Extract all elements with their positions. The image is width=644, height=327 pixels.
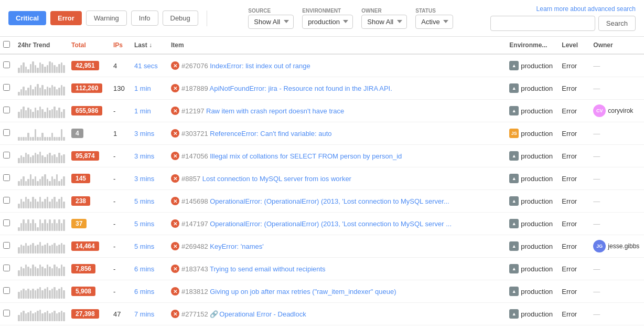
owner-dash: — [593,310,600,318]
issue-link[interactable]: #187889 ApiNotFoundError: jira - Resourc… [181,85,392,92]
row-checkbox[interactable] [3,61,10,68]
env-content: ▲production [509,151,555,161]
warning-button[interactable]: Warning [86,10,127,26]
issue-link[interactable]: #277152 🔗Operational Error - Deadlock [181,310,306,318]
header-last[interactable]: Last ↓ [131,37,168,54]
env-text: production [521,288,553,296]
trend-bar [51,312,53,321]
row-checkbox[interactable] [3,265,10,271]
owner-select[interactable]: Show All [361,15,407,29]
row-checkbox[interactable] [3,219,10,226]
owner-dash: — [593,130,600,138]
source-select[interactable]: Show All [248,15,294,29]
trend-bar [47,197,49,208]
issue-link[interactable]: #147056 Illegal mix of collations for SE… [181,152,402,160]
row-checkbox[interactable] [3,310,10,317]
trend-bar [53,154,56,163]
trend-bar [51,85,53,96]
ips-cell: 1 [110,122,131,145]
issue-link[interactable]: #183812 Giving up on job after max retri… [181,288,396,296]
table-row: 5,908-6 mins ✕ #183812 Giving up on job … [0,280,644,303]
total-cell: 37 [68,213,110,235]
total-cell: 4 [68,122,110,145]
trend-bar [49,267,51,276]
total-badge: 145 [71,174,90,183]
trend-bar [20,223,23,231]
debug-button[interactable]: Debug [163,10,198,26]
ips-cell: - [110,145,131,167]
issue-link[interactable]: #183743 Trying to send email without rec… [181,265,326,273]
critical-button[interactable]: Critical [8,11,46,25]
env-icon-sentry: ▲ [509,196,519,206]
item-cell: ✕ #147056 Illegal mix of collations for … [168,145,506,167]
trend-bar [63,219,65,231]
trend-bar [23,268,25,276]
issue-link[interactable]: #12197 Raw item with crash report doesn'… [181,107,344,115]
total-badge: 4 [71,129,83,138]
table-header-row: 24hr Trend Total IPs Last ↓ Item Environ… [0,37,644,54]
owner-dash: — [593,85,600,92]
trend-bar [18,158,20,163]
owner-dash: — [593,220,600,228]
owner-dash: — [593,152,600,160]
trend-bar [44,245,46,254]
owner-cell: CV coryvirok [590,100,644,122]
trend-bar [44,112,46,118]
total-cell: 655,986 [68,100,110,122]
issue-link[interactable]: #267076 IndexError: list index out of ra… [181,62,310,70]
level-cell: Error [559,325,590,328]
owner-content: CV coryvirok [593,104,641,117]
last-cell: 41 secs [131,54,168,77]
status-select[interactable]: Active [415,15,453,29]
trend-bar [30,64,32,73]
trend-bar [58,137,60,141]
trend-bar [58,245,60,254]
last-cell: 3 mins [131,145,168,167]
row-checkbox[interactable] [3,152,10,159]
learn-link[interactable]: Learn more about advanced search [536,5,636,13]
row-checkbox[interactable] [3,174,10,181]
row-checkbox[interactable] [3,107,10,113]
trend-bar [32,197,34,208]
info-button[interactable]: Info [131,10,158,26]
select-all-checkbox[interactable] [3,41,10,48]
search-input[interactable] [490,16,595,31]
row-checkbox[interactable] [3,129,10,136]
env-cell: ▲production [506,190,559,213]
trend-bar [53,179,56,186]
trend-bar [39,107,41,118]
owner-cell: — [590,280,644,303]
error-button[interactable]: Error [50,11,82,25]
search-button[interactable]: Search [598,16,636,31]
trend-bar [23,202,25,208]
row-checkbox[interactable] [3,197,10,204]
env-content: ▲production [509,241,555,251]
env-icon-sentry: ▲ [509,264,519,273]
trend-bar [20,155,23,163]
trend-bar [63,267,65,276]
trend-bar [23,246,25,254]
level-cell: Error [559,258,590,280]
table-row: 413 mins ✕ #303721 ReferenceError: Can't… [0,122,644,145]
environment-select[interactable]: production [302,15,353,29]
issue-link[interactable]: #303721 ReferenceError: Can't find varia… [181,130,332,138]
trend-bar [39,62,41,73]
issue-link[interactable]: #269482 KeyError: 'names' [181,242,264,250]
issue-link[interactable]: #8857 Lost connection to MySQL server fr… [181,175,351,183]
table-row: 27,398477 mins ✕ #277152 🔗Operational Er… [0,303,644,325]
issue-link[interactable]: #145698 OperationalError: (OperationalEr… [181,197,449,205]
trend-chart [18,103,65,118]
issue-link[interactable]: #147197 OperationalError: (OperationalEr… [181,220,452,228]
env-cell: ▲production [506,303,559,325]
trend-bar [63,87,65,96]
env-text: production [521,197,553,205]
trend-bar [61,243,63,254]
trend-bar [49,110,51,118]
owner-cell: CB chrisbarm... [590,325,644,328]
trend-bar [18,112,20,118]
header-owner: Owner [590,37,644,54]
trend-bar [20,267,23,276]
row-checkbox[interactable] [3,242,10,249]
row-checkbox[interactable] [3,84,10,91]
row-checkbox[interactable] [3,287,10,294]
